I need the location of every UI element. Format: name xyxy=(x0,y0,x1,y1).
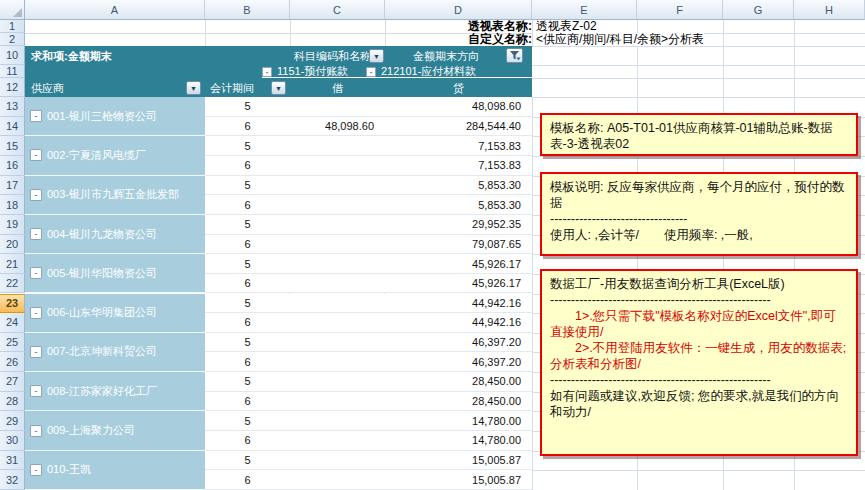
collapse-icon[interactable]: - xyxy=(30,385,42,397)
supplier-row-label[interactable]: -001-银川三枪物资公司 xyxy=(25,97,205,136)
row-header-22[interactable]: 22 xyxy=(0,274,25,294)
column-header-d[interactable]: D xyxy=(385,0,532,20)
debit-cell[interactable] xyxy=(290,254,385,274)
row-header-20[interactable]: 20 xyxy=(0,235,25,255)
row-header-2[interactable]: 2 xyxy=(0,33,25,46)
period-cell[interactable]: 6 xyxy=(205,195,290,215)
debit-cell[interactable] xyxy=(290,136,385,156)
collapse-icon[interactable]: - xyxy=(30,189,42,201)
row-header-16[interactable]: 16 xyxy=(0,156,25,176)
period-cell[interactable]: 6 xyxy=(205,117,290,137)
collapse-icon[interactable]: - xyxy=(30,149,42,161)
debit-cell[interactable] xyxy=(290,372,385,392)
column-header-b[interactable]: B xyxy=(205,0,290,20)
row-header-27[interactable]: 27 xyxy=(0,372,25,392)
supplier-row-label[interactable]: -003-银川市九辉五金批发部 xyxy=(25,176,205,215)
row-header-25[interactable]: 25 xyxy=(0,333,25,353)
credit-cell[interactable]: 15,005.87 xyxy=(385,451,532,471)
period-cell[interactable]: 6 xyxy=(205,313,290,333)
debit-cell[interactable] xyxy=(290,235,385,255)
debit-cell[interactable] xyxy=(290,156,385,176)
tool-info-note-box[interactable]: 数据工厂-用友数据查询分析工具(ExceL版)-----------------… xyxy=(540,269,858,456)
credit-cell[interactable]: 15,005.87 xyxy=(385,470,532,490)
period-filter-dropdown[interactable]: ▼ xyxy=(271,81,286,95)
period-cell[interactable]: 5 xyxy=(205,411,290,431)
period-cell[interactable]: 6 xyxy=(205,156,290,176)
period-cell[interactable]: 5 xyxy=(205,136,290,156)
column-header-h[interactable]: H xyxy=(794,0,865,20)
credit-cell[interactable]: 46,397.20 xyxy=(385,352,532,372)
credit-cell[interactable]: 14,780.00 xyxy=(385,411,532,431)
template-description-note-box[interactable]: 模板说明: 反应每家供应商，每个月的应付，预付的数据--------------… xyxy=(540,172,858,256)
period-cell[interactable]: 6 xyxy=(205,431,290,451)
period-cell[interactable]: 5 xyxy=(205,97,290,117)
period-cell[interactable]: 5 xyxy=(205,372,290,392)
debit-cell[interactable] xyxy=(290,352,385,372)
period-cell[interactable]: 5 xyxy=(205,333,290,353)
debit-cell[interactable] xyxy=(290,411,385,431)
row-header-32[interactable]: 32 xyxy=(0,470,25,490)
collapse-icon[interactable]: - xyxy=(30,228,42,240)
row-header-17[interactable]: 17 xyxy=(0,176,25,196)
credit-cell[interactable]: 29,952.35 xyxy=(385,215,532,235)
credit-cell[interactable]: 46,397.20 xyxy=(385,333,532,353)
debit-cell[interactable] xyxy=(290,470,385,490)
debit-cell[interactable] xyxy=(290,215,385,235)
collapse-group2-button[interactable]: - xyxy=(366,67,376,77)
debit-cell[interactable] xyxy=(290,333,385,353)
period-cell[interactable]: 5 xyxy=(205,176,290,196)
supplier-row-label[interactable]: -006-山东华明集团公司 xyxy=(25,294,205,333)
period-cell[interactable]: 6 xyxy=(205,235,290,255)
period-cell[interactable]: 6 xyxy=(205,392,290,412)
credit-cell[interactable]: 48,098.60 xyxy=(385,97,532,117)
period-cell[interactable]: 5 xyxy=(205,451,290,471)
collapse-icon[interactable]: - xyxy=(30,267,42,279)
debit-cell[interactable] xyxy=(290,313,385,333)
credit-cell[interactable]: 45,926.17 xyxy=(385,254,532,274)
row-header-14[interactable]: 14 xyxy=(0,117,25,137)
row-header-1[interactable]: 1 xyxy=(0,20,25,33)
row-header-11[interactable]: 11 xyxy=(0,65,25,78)
direction-filter-button[interactable] xyxy=(506,48,523,63)
collapse-icon[interactable]: - xyxy=(30,307,42,319)
credit-cell[interactable]: 45,926.17 xyxy=(385,274,532,294)
row-header-19[interactable]: 19 xyxy=(0,215,25,235)
row-header-15[interactable]: 15 xyxy=(0,136,25,156)
supplier-row-label[interactable]: -009-上海聚力公司 xyxy=(25,411,205,450)
credit-cell[interactable]: 7,153.83 xyxy=(385,136,532,156)
supplier-row-label[interactable]: -008-江苏家家好化工厂 xyxy=(25,372,205,411)
debit-cell[interactable]: 48,098.60 xyxy=(290,117,385,137)
supplier-filter-dropdown[interactable]: ▼ xyxy=(186,81,201,95)
supplier-row-label[interactable]: -004-银川九龙物资公司 xyxy=(25,215,205,254)
row-header-31[interactable]: 31 xyxy=(0,451,25,471)
credit-cell[interactable]: 28,450.00 xyxy=(385,392,532,412)
collapse-icon[interactable]: - xyxy=(30,110,42,122)
row-header-13[interactable]: 13 xyxy=(0,97,25,117)
credit-cell[interactable]: 44,942.16 xyxy=(385,294,532,314)
row-header-29[interactable]: 29 xyxy=(0,411,25,431)
row-header-21[interactable]: 21 xyxy=(0,254,25,274)
debit-cell[interactable] xyxy=(290,176,385,196)
custom-name-value[interactable]: <供应商/期间/科目/余额>分析表 xyxy=(533,33,704,46)
supplier-row-label[interactable]: -010-王凯 xyxy=(25,451,205,490)
row-header-23[interactable]: 23 xyxy=(0,294,25,314)
credit-cell[interactable]: 7,153.83 xyxy=(385,156,532,176)
period-cell[interactable]: 6 xyxy=(205,274,290,294)
debit-cell[interactable] xyxy=(290,274,385,294)
row-header-26[interactable]: 26 xyxy=(0,352,25,372)
period-cell[interactable]: 5 xyxy=(205,294,290,314)
period-cell[interactable]: 6 xyxy=(205,470,290,490)
supplier-row-label[interactable]: -007-北京坤新科贸公司 xyxy=(25,333,205,372)
row-header-28[interactable]: 28 xyxy=(0,392,25,412)
period-cell[interactable]: 5 xyxy=(205,254,290,274)
credit-cell[interactable]: 5,853.30 xyxy=(385,195,532,215)
column-field-dropdown[interactable]: ▼ xyxy=(369,49,384,63)
row-header-18[interactable]: 18 xyxy=(0,195,25,215)
collapse-icon[interactable]: - xyxy=(30,346,42,358)
debit-cell[interactable] xyxy=(290,431,385,451)
period-cell[interactable]: 6 xyxy=(205,352,290,372)
debit-cell[interactable] xyxy=(290,97,385,117)
column-header-g[interactable]: G xyxy=(723,0,794,20)
credit-cell[interactable]: 79,087.65 xyxy=(385,235,532,255)
row-header-30[interactable]: 30 xyxy=(0,431,25,451)
